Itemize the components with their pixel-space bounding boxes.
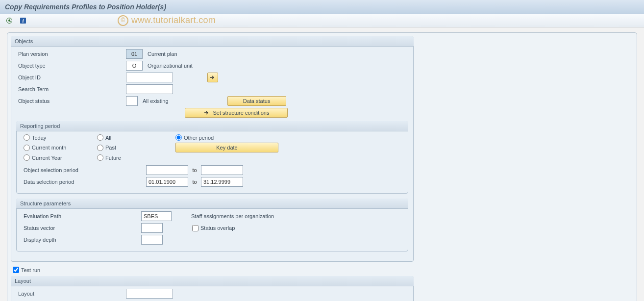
object-type-label: Object type [16,63,126,69]
status-overlap-label: Status overlap [200,225,235,231]
radio-past-label: Past [105,145,116,150]
object-type-input[interactable] [126,61,143,71]
radio-all[interactable]: All [97,134,175,141]
object-id-label: Object ID [16,75,126,80]
layout-input[interactable] [126,289,173,299]
radio-current-month[interactable]: Current month [24,145,97,151]
reporting-period-title: Reporting period [16,121,408,131]
status-overlap-checkbox[interactable]: Status overlap [192,225,235,231]
set-structure-conditions-label: Set structure conditions [213,110,270,116]
data-selection-from-input[interactable] [146,177,188,187]
set-structure-conditions-button[interactable]: Set structure conditions [185,108,288,118]
display-depth-label: Display depth [22,237,141,243]
radio-current-year[interactable]: Current Year [24,154,97,161]
radio-current-month-label: Current month [32,145,66,150]
radio-past[interactable]: Past [97,145,175,151]
radio-today-label: Today [32,135,46,141]
info-icon: i [20,17,26,24]
key-date-button[interactable]: Key date [175,143,278,152]
evaluation-path-desc: Staff assignments per organization [191,213,274,219]
object-status-desc: All existing [143,98,169,104]
to-label-1: to [188,167,201,173]
object-selection-to-input[interactable] [201,165,243,175]
radio-future-label: Future [105,155,121,161]
radio-future[interactable]: Future [97,154,175,161]
test-run-label: Test run [21,267,40,273]
evaluation-path-label: Evaluation Path [22,213,141,219]
execute-icon [6,17,13,24]
data-status-button[interactable]: Data status [227,96,286,106]
multiple-selection-button[interactable] [207,73,218,82]
object-id-input[interactable] [126,73,173,82]
objects-group: Objects Plan version Current plan Object… [11,36,414,262]
structure-parameters-group: Structure parameters Evaluation Path Sta… [16,199,408,251]
data-selection-to-input[interactable] [201,177,243,187]
data-selection-period-label: Data selection period [22,179,131,185]
radio-all-label: All [105,135,111,141]
to-label-2: to [188,179,201,185]
search-term-input[interactable] [126,84,173,94]
radio-today[interactable]: Today [24,134,97,141]
evaluation-path-input[interactable] [141,211,172,221]
layout-group-title: Layout [11,276,414,286]
arrow-right-icon [209,75,216,80]
object-status-input[interactable] [126,96,138,106]
page-title: Copy Requirements Profiles to Position H… [0,0,644,14]
radio-other-period[interactable]: Other period [175,134,273,141]
selection-screen: Objects Plan version Current plan Object… [7,32,637,301]
object-status-label: Object status [16,98,126,104]
plan-version-label: Plan version [16,51,126,57]
layout-group: Layout Layout [11,276,414,301]
watermark: www.tutorialkart.com [118,15,216,26]
structure-parameters-title: Structure parameters [16,199,408,209]
status-vector-label: Status vector [22,225,141,231]
object-type-desc: Organizational unit [148,63,193,69]
test-run-checkbox[interactable]: Test run [13,267,633,273]
objects-group-title: Objects [11,36,414,47]
object-selection-from-input[interactable] [146,165,188,175]
plan-version-desc: Current plan [148,51,177,57]
execute-button[interactable] [4,15,15,26]
radio-current-year-label: Current Year [32,155,62,161]
arrow-right-icon [203,110,210,116]
plan-version-input[interactable] [126,49,143,59]
search-term-label: Search Term [16,86,126,92]
info-button[interactable]: i [18,15,28,26]
object-selection-period-label: Object selection period [22,167,131,173]
reporting-period-group: Reporting period Today All Other period … [16,121,408,194]
toolbar: i www.tutorialkart.com [0,14,644,27]
status-vector-input[interactable] [141,223,163,233]
radio-other-label: Other period [184,135,214,141]
layout-label: Layout [16,291,126,297]
display-depth-input[interactable] [141,235,163,245]
